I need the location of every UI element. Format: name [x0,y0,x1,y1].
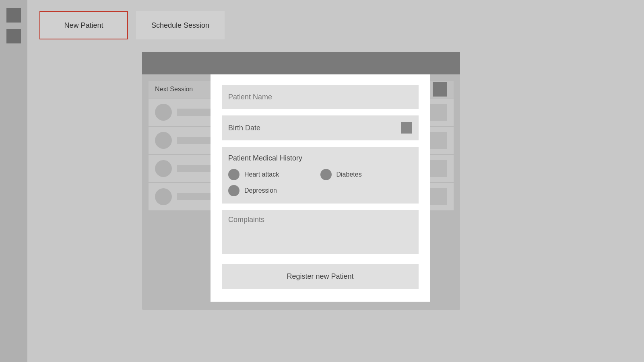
diabetes-label: Diabetes [336,171,362,178]
patient-action-3[interactable] [430,160,447,177]
new-patient-modal: Birth Date Patient Medical History Heart… [211,52,430,302]
heart-attack-label: Heart attack [244,171,279,178]
patient-avatar-1 [155,104,172,121]
condition-diabetes[interactable]: Diabetes [320,169,413,180]
calendar-icon[interactable] [401,122,412,134]
patient-avatar-3 [155,160,172,177]
depression-checkbox[interactable] [228,185,239,196]
schedule-session-button[interactable]: Schedule Session [136,11,225,39]
patient-avatar-2 [155,132,172,149]
menu-icon[interactable] [6,8,21,23]
birth-date-label: Birth Date [228,124,260,132]
depression-label: Depression [244,187,277,194]
toolbar: New Patient Schedule Session [27,0,644,51]
main-area: New Patient Schedule Session Next Sessio… [27,0,644,362]
patient-action-1[interactable] [430,104,447,121]
header-action-icon[interactable] [433,82,447,97]
diabetes-checkbox[interactable] [320,169,332,180]
settings-icon[interactable] [6,29,21,43]
patient-avatar-4 [155,188,172,205]
medical-history-section: Patient Medical History Heart attack Dia… [222,147,419,204]
sidebar [0,0,27,362]
birth-date-field[interactable]: Birth Date [222,115,419,140]
patient-name-input[interactable] [222,85,419,109]
patient-action-2[interactable] [430,132,447,149]
new-patient-button[interactable]: New Patient [39,11,128,39]
heart-attack-checkbox[interactable] [228,169,239,180]
modal-header-bar [211,52,430,74]
condition-depression[interactable]: Depression [228,185,320,196]
condition-heart-attack[interactable]: Heart attack [228,169,320,180]
register-patient-button[interactable]: Register new Patient [222,264,419,289]
patient-action-4[interactable] [430,188,447,205]
conditions-grid: Heart attack Diabetes Depression [228,169,412,196]
complaints-input[interactable] [222,210,419,254]
medical-history-title: Patient Medical History [228,154,412,162]
